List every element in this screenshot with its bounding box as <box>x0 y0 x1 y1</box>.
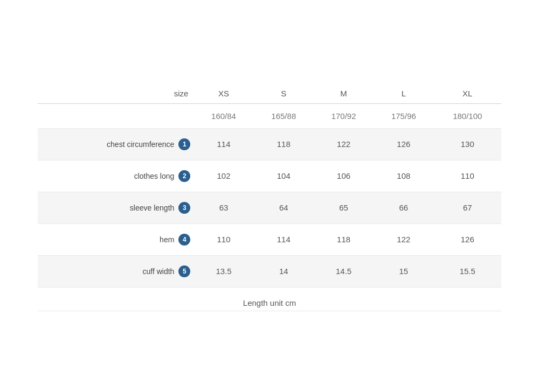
measurement-value: 114 <box>194 128 253 160</box>
subheader-m: 170/92 <box>314 103 374 128</box>
measurement-value: 65 <box>314 192 374 223</box>
measurement-label: hem <box>160 235 174 244</box>
footer-row: Length unit cm <box>38 287 501 311</box>
measurement-value: 104 <box>254 160 314 192</box>
measurement-label-cell: chest circumference1 <box>38 128 194 160</box>
l-header: L <box>374 81 433 104</box>
m-header: M <box>314 81 374 104</box>
measurement-label-cell: hem4 <box>38 223 194 255</box>
measurement-row: cuff width513.51414.51515.5 <box>38 255 501 287</box>
measurement-value: 118 <box>254 128 314 160</box>
measurement-value: 102 <box>194 160 253 192</box>
size-column-header: size <box>38 81 194 104</box>
measurement-value: 13.5 <box>194 255 253 287</box>
measurement-badge: 5 <box>178 265 190 277</box>
measurement-badge: 4 <box>178 234 190 246</box>
measurement-value: 126 <box>434 223 501 255</box>
measurement-label-cell: sleeve length3 <box>38 192 194 223</box>
measurement-badge: 1 <box>178 138 190 150</box>
measurement-value: 114 <box>254 223 314 255</box>
measurement-value: 15 <box>374 255 433 287</box>
measurement-row: sleeve length36364656667 <box>38 192 501 223</box>
xs-header: XS <box>194 81 253 104</box>
measurement-row: chest circumference1114118122126130 <box>38 128 501 160</box>
measurement-value: 67 <box>434 192 501 223</box>
measurement-value: 130 <box>434 128 501 160</box>
measurement-row: clothes long2102104106108110 <box>38 160 501 192</box>
subheader-label <box>38 103 194 128</box>
subheader-row: 160/84 165/88 170/92 175/96 180/100 <box>38 103 501 128</box>
s-header: S <box>254 81 314 104</box>
subheader-xl: 180/100 <box>434 103 501 128</box>
measurement-value: 106 <box>314 160 374 192</box>
size-chart-table: size XS S M L XL 160/84 165/88 170/92 17… <box>38 81 501 311</box>
measurement-value: 110 <box>194 223 253 255</box>
measurement-badge: 3 <box>178 202 190 214</box>
measurement-value: 126 <box>374 128 433 160</box>
measurement-value: 66 <box>374 192 433 223</box>
measurement-label: chest circumference <box>107 140 174 149</box>
measurement-badge: 2 <box>178 170 190 182</box>
measurement-value: 15.5 <box>434 255 501 287</box>
measurement-row: hem4110114118122126 <box>38 223 501 255</box>
footer-text: Length unit cm <box>38 287 501 311</box>
measurement-label: cuff width <box>142 267 174 276</box>
measurement-label-cell: clothes long2 <box>38 160 194 192</box>
measurement-value: 110 <box>434 160 501 192</box>
measurement-label: sleeve length <box>130 204 175 212</box>
subheader-l: 175/96 <box>374 103 433 128</box>
measurement-value: 63 <box>194 192 253 223</box>
measurement-value: 108 <box>374 160 433 192</box>
measurement-label: clothes long <box>134 172 175 180</box>
measurement-value: 64 <box>254 192 314 223</box>
header-row: size XS S M L XL <box>38 81 501 104</box>
subheader-s: 165/88 <box>254 103 314 128</box>
measurement-label-cell: cuff width5 <box>38 255 194 287</box>
measurement-value: 14 <box>254 255 314 287</box>
size-chart-container: size XS S M L XL 160/84 165/88 170/92 17… <box>38 81 501 311</box>
subheader-xs: 160/84 <box>194 103 253 128</box>
xl-header: XL <box>434 81 501 104</box>
measurement-value: 122 <box>374 223 433 255</box>
measurement-value: 14.5 <box>314 255 374 287</box>
measurement-value: 118 <box>314 223 374 255</box>
measurement-value: 122 <box>314 128 374 160</box>
